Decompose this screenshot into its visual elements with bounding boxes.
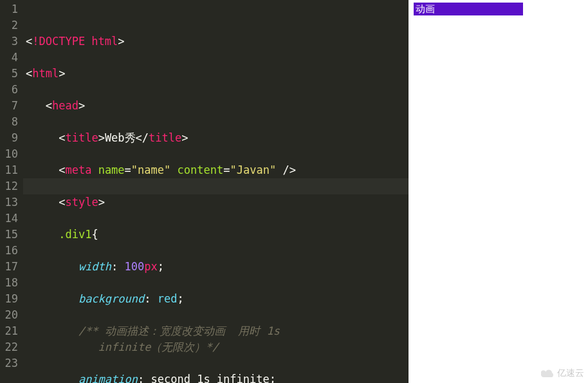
line-number: 5 — [0, 66, 18, 82]
animated-div: 动画 — [414, 3, 523, 15]
line-number: 19 — [0, 291, 18, 307]
code-line[interactable]: /** 动画描述：宽度改变动画 用时 1s infinite（无限次）*/ — [26, 323, 409, 355]
line-number: 9 — [0, 130, 18, 146]
code-line[interactable]: <!DOCTYPE html> — [26, 33, 409, 50]
line-number: 18 — [0, 275, 18, 291]
active-line-highlight — [23, 178, 409, 194]
line-number: 4 — [0, 50, 18, 66]
line-number: 16 — [0, 243, 18, 259]
preview-pane: 动画 亿速云 — [409, 0, 588, 383]
line-number: 2 — [0, 17, 18, 33]
code-line[interactable]: animation: second 1s infinite; — [26, 371, 409, 383]
cloud-icon — [541, 369, 555, 378]
line-number: 10 — [0, 146, 18, 162]
watermark-text: 亿速云 — [557, 368, 584, 379]
line-number: 11 — [0, 162, 18, 178]
line-number: 17 — [0, 259, 18, 275]
code-line[interactable]: <head> — [26, 98, 409, 114]
line-number: 23 — [0, 355, 18, 371]
line-number: 21 — [0, 323, 18, 339]
code-line[interactable]: <html> — [26, 66, 409, 82]
code-area[interactable]: <!DOCTYPE html> <html> <head> <title>Web… — [23, 0, 409, 383]
line-number: 6 — [0, 82, 18, 98]
code-editor[interactable]: 1 2 3 4 5 6 7 8 9 10 11 12 13 14 15 16 1… — [0, 0, 409, 383]
line-number: 1 — [0, 1, 18, 17]
line-number: 3 — [0, 33, 18, 50]
line-number: 7 — [0, 98, 18, 114]
code-line[interactable]: <meta name="name" content="Javan" /> — [26, 162, 409, 178]
watermark: 亿速云 — [541, 368, 584, 379]
code-line[interactable]: background: red; — [26, 291, 409, 307]
line-number: 13 — [0, 194, 18, 210]
line-number: 20 — [0, 307, 18, 323]
line-number: 15 — [0, 227, 18, 243]
line-number: 14 — [0, 210, 18, 227]
line-number: 8 — [0, 114, 18, 130]
code-line[interactable]: .div1{ — [26, 227, 409, 243]
line-number: 12 — [0, 178, 18, 194]
code-line[interactable]: <style> — [26, 194, 409, 210]
code-line[interactable]: width: 100px; — [26, 259, 409, 275]
line-number: 22 — [0, 339, 18, 355]
code-line[interactable]: <title>Web秀</title> — [26, 130, 409, 146]
line-number-gutter: 1 2 3 4 5 6 7 8 9 10 11 12 13 14 15 16 1… — [0, 0, 23, 383]
